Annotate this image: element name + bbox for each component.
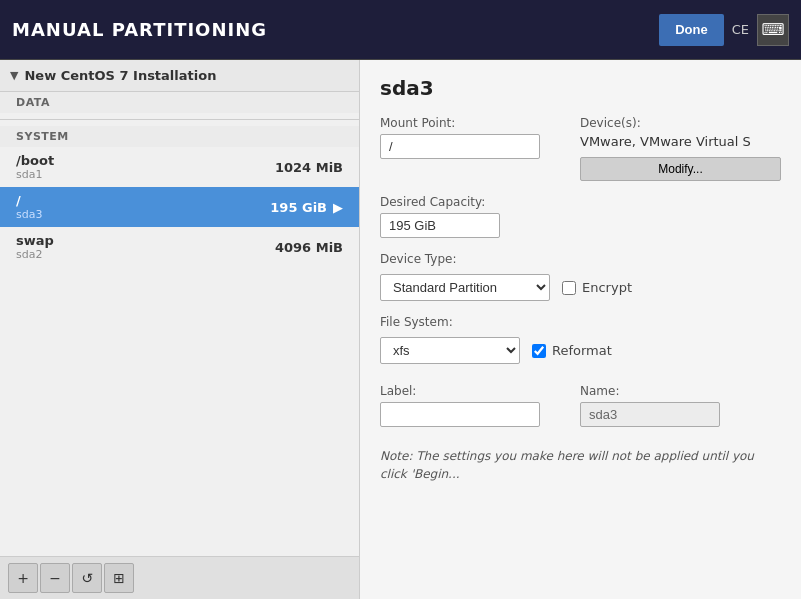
section-system: SYSTEM	[0, 126, 359, 147]
install-title: New CentOS 7 Installation	[24, 68, 216, 83]
name-label: Name:	[580, 384, 720, 398]
fs-group: File System:	[380, 315, 781, 329]
arrow-right-icon: ▶	[333, 200, 343, 215]
partition-swap-left: swap sda2	[16, 233, 54, 261]
encrypt-checkbox[interactable]	[562, 281, 576, 295]
partition-boot-device: sda1	[16, 168, 54, 181]
centos-label: CE	[732, 22, 749, 37]
partition-item-root[interactable]: / sda3 195 GiB ▶	[0, 187, 359, 227]
partition-root-device: sda3	[16, 208, 42, 221]
page-title: MANUAL PARTITIONING	[12, 19, 267, 40]
name-group: Name:	[580, 384, 720, 427]
configure-button[interactable]: ⊞	[104, 563, 134, 593]
capacity-group: Desired Capacity:	[380, 195, 500, 238]
header: MANUAL PARTITIONING Done CE ⌨	[0, 0, 801, 60]
main-layout: ▼ New CentOS 7 Installation DATA SYSTEM …	[0, 60, 801, 599]
partition-swap-size: 4096 MiB	[275, 240, 343, 255]
install-header: ▼ New CentOS 7 Installation	[0, 60, 359, 92]
partition-swap-device: sda2	[16, 248, 54, 261]
fs-row: xfs ext4 ext3 swap Reformat	[380, 337, 781, 364]
partition-boot-right: 1024 MiB	[275, 160, 343, 175]
section-data: DATA	[0, 92, 359, 113]
keyboard-button[interactable]: ⌨	[757, 14, 789, 46]
partition-root-size: 195 GiB	[270, 200, 327, 215]
left-toolbar: + − ↺ ⊞	[0, 556, 359, 599]
partition-list: ▼ New CentOS 7 Installation DATA SYSTEM …	[0, 60, 359, 556]
mount-point-label: Mount Point:	[380, 116, 540, 130]
partition-item-boot[interactable]: /boot sda1 1024 MiB	[0, 147, 359, 187]
device-type-select[interactable]: Standard Partition LVM RAID	[380, 274, 550, 301]
header-right: Done CE ⌨	[659, 14, 789, 46]
mount-point-input[interactable]	[380, 134, 540, 159]
partition-root-name: /	[16, 193, 42, 208]
devices-value: VMware, VMware Virtual S	[580, 134, 781, 149]
reformat-checkbox[interactable]	[532, 344, 546, 358]
fs-select[interactable]: xfs ext4 ext3 swap	[380, 337, 520, 364]
modify-button[interactable]: Modify...	[580, 157, 781, 181]
capacity-label: Desired Capacity:	[380, 195, 500, 209]
label-input[interactable]	[380, 402, 540, 427]
remove-partition-button[interactable]: −	[40, 563, 70, 593]
right-panel: sda3 Mount Point: Device(s): VMware, VMw…	[360, 60, 801, 599]
reformat-group: Reformat	[532, 343, 612, 358]
devices-label: Device(s):	[580, 116, 781, 130]
partition-boot-name: /boot	[16, 153, 54, 168]
partition-root-right: 195 GiB ▶	[270, 200, 343, 215]
capacity-input[interactable]	[380, 213, 500, 238]
partition-root-left: / sda3	[16, 193, 42, 221]
device-type-group: Device Type:	[380, 252, 781, 266]
partition-boot-size: 1024 MiB	[275, 160, 343, 175]
partition-boot-left: /boot sda1	[16, 153, 54, 181]
row-mount-device: Mount Point: Device(s): VMware, VMware V…	[380, 116, 781, 181]
mount-point-group: Mount Point:	[380, 116, 540, 181]
encrypt-label: Encrypt	[582, 280, 632, 295]
devices-group: Device(s): VMware, VMware Virtual S Modi…	[580, 116, 781, 181]
collapse-icon: ▼	[10, 69, 18, 82]
partition-item-swap[interactable]: swap sda2 4096 MiB	[0, 227, 359, 267]
done-button[interactable]: Done	[659, 14, 724, 46]
partition-swap-right: 4096 MiB	[275, 240, 343, 255]
left-panel: ▼ New CentOS 7 Installation DATA SYSTEM …	[0, 60, 360, 599]
fs-label: File System:	[380, 315, 781, 329]
device-type-row: Standard Partition LVM RAID Encrypt	[380, 274, 781, 301]
label-label: Label:	[380, 384, 540, 398]
row-capacity: Desired Capacity:	[380, 195, 781, 238]
note-text: Note: The settings you make here will no…	[380, 447, 781, 483]
divider-data	[0, 119, 359, 120]
encrypt-group: Encrypt	[562, 280, 632, 295]
partition-swap-name: swap	[16, 233, 54, 248]
add-partition-button[interactable]: +	[8, 563, 38, 593]
name-input	[580, 402, 720, 427]
device-type-label: Device Type:	[380, 252, 781, 266]
reformat-label: Reformat	[552, 343, 612, 358]
refresh-button[interactable]: ↺	[72, 563, 102, 593]
label-group: Label:	[380, 384, 540, 427]
row-label-name: Label: Name:	[380, 384, 781, 427]
detail-title: sda3	[380, 76, 781, 100]
